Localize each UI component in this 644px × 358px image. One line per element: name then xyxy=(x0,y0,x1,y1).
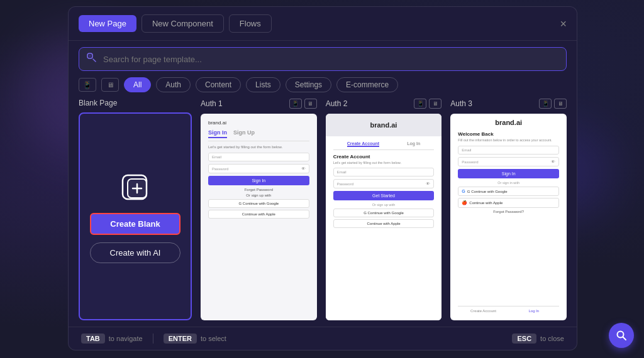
auth2-bottom-section: Create Account Log In Create Account Let… xyxy=(326,136,442,320)
auth3-create-account-tab[interactable]: Create Account xyxy=(458,306,508,315)
svg-line-8 xyxy=(623,337,626,340)
auth3-header: Auth 3 📱 🖥 xyxy=(450,99,567,109)
tab-new-page[interactable]: New Page xyxy=(79,15,136,32)
filter-auth[interactable]: Auth xyxy=(156,77,191,92)
esc-key: ESC xyxy=(512,334,536,344)
blank-page-card: Blank Page Create Blank Create with AI xyxy=(79,99,192,320)
auth1-email-field[interactable]: Email xyxy=(208,153,309,161)
enter-desc: to select xyxy=(201,335,226,342)
modal: New Page New Component Flows × 📱 🖥 All A… xyxy=(68,6,577,350)
auth1-card: Auth 1 📱 🖥 brand.ai Sign In Sign Up Let'… xyxy=(201,99,317,320)
filter-bar: 📱 🖥 All Auth Content Lists Settings E-co… xyxy=(69,77,577,99)
auth2-brand: brand.ai xyxy=(333,121,435,129)
auth3-apple-btn[interactable]: 🍎 Continue with Apple xyxy=(458,198,559,208)
auth3-welcome: Welcome Back xyxy=(458,131,559,137)
auth1-tabs-row: Sign In Sign Up xyxy=(208,129,309,141)
auth3-mobile-icon[interactable]: 📱 xyxy=(539,99,552,109)
auth3-login-tab[interactable]: Log In xyxy=(509,306,559,315)
auth2-mobile-icon[interactable]: 📱 xyxy=(414,99,426,109)
search-input[interactable] xyxy=(103,55,558,64)
auth2-create-tab[interactable]: Create Account xyxy=(347,141,379,147)
search-bar xyxy=(79,47,567,71)
auth1-or-text: Or sign up with xyxy=(208,193,309,197)
auth3-or-text: Or sign in with xyxy=(458,181,559,185)
esc-desc: to close xyxy=(540,335,564,342)
search-icon xyxy=(87,53,97,65)
tab-shortcut: TAB to navigate xyxy=(81,334,143,344)
auth2-header: Auth 2 📱 🖥 xyxy=(326,99,442,109)
auth2-password-field[interactable]: Password 👁 xyxy=(333,179,435,188)
auth3-password-field[interactable]: Password 👁 xyxy=(458,157,559,166)
esc-shortcut: ESC to close xyxy=(512,334,564,344)
filter-lists[interactable]: Lists xyxy=(246,77,280,92)
enter-shortcut: ENTER to select xyxy=(164,334,226,344)
auth1-forgot-link[interactable]: Forgot Password xyxy=(208,188,309,192)
auth2-tabs-row: Create Account Log In xyxy=(333,141,435,150)
plus-icon xyxy=(118,170,153,205)
auth3-view-icons: 📱 🖥 xyxy=(539,99,567,109)
auth3-card: Auth 3 📱 🖥 brand.ai Welcome Back Fill ou… xyxy=(450,99,567,320)
auth1-google-btn[interactable]: G Continue with Google xyxy=(208,199,309,208)
auth2-top-section: brand.ai xyxy=(326,114,442,136)
auth1-apple-btn[interactable]: Continue with Apple xyxy=(208,210,309,219)
desktop-icon[interactable]: 🖥 xyxy=(101,78,119,92)
auth2-subtitle: Let's get started by filling out the for… xyxy=(333,161,435,165)
create-blank-button[interactable]: Create Blank xyxy=(90,213,180,235)
auth2-preview[interactable]: brand.ai Create Account Log In Create Ac… xyxy=(326,114,442,320)
auth2-heading: Create Account xyxy=(333,154,435,160)
auth2-title: Auth 2 xyxy=(326,99,348,108)
auth2-email-field[interactable]: Email xyxy=(333,168,435,176)
shortcut-divider xyxy=(153,334,153,344)
auth2-view-icons: 📱 🖥 xyxy=(414,99,441,109)
auth1-subtitle: Let's get started by filling out the for… xyxy=(208,145,309,149)
auth1-title: Auth 1 xyxy=(201,99,223,108)
auth3-brand: brand.ai xyxy=(458,119,559,126)
svg-line-2 xyxy=(93,59,96,62)
auth2-or-text: Or sign up with xyxy=(333,203,435,207)
create-ai-button[interactable]: Create with AI xyxy=(90,242,180,263)
auth2-apple-btn[interactable]: Continue with Apple xyxy=(333,219,435,228)
auth3-email-field[interactable]: Email xyxy=(458,146,559,155)
tab-new-component[interactable]: New Component xyxy=(142,14,224,33)
modal-header: New Page New Component Flows × xyxy=(69,7,577,41)
search-fab[interactable] xyxy=(609,323,634,348)
auth1-preview[interactable]: brand.ai Sign In Sign Up Let's get start… xyxy=(201,114,317,320)
bottom-bar: TAB to navigate ENTER to select ESC to c… xyxy=(69,327,577,350)
blank-page-inner: Create Blank Create with AI xyxy=(79,112,192,320)
auth2-login-tab[interactable]: Log In xyxy=(407,141,420,147)
auth1-brand: brand.ai xyxy=(208,120,309,126)
auth3-subtitle: Fill out the information below in order … xyxy=(458,138,559,142)
svg-rect-1 xyxy=(89,55,91,57)
auth1-signin-tab[interactable]: Sign In xyxy=(208,129,227,138)
auth2-desktop-icon[interactable]: 🖥 xyxy=(429,99,441,109)
tab-key: TAB xyxy=(81,334,105,344)
tab-flows[interactable]: Flows xyxy=(229,14,272,33)
auth1-desktop-icon[interactable]: 🖥 xyxy=(304,99,317,109)
auth1-signup-tab[interactable]: Sign Up xyxy=(233,129,255,138)
tab-desc: to navigate xyxy=(109,335,143,342)
auth2-get-started-button[interactable]: Get Started xyxy=(333,191,435,200)
auth1-password-field[interactable]: Password 👁 xyxy=(208,164,309,173)
close-button[interactable]: × xyxy=(560,18,567,30)
mobile-icon[interactable]: 📱 xyxy=(79,78,96,92)
auth3-preview[interactable]: brand.ai Welcome Back Fill out the infor… xyxy=(450,114,567,320)
filter-ecommerce[interactable]: E-commerce xyxy=(336,77,398,92)
filter-settings[interactable]: Settings xyxy=(286,77,331,92)
auth2-google-btn[interactable]: G Continue with Google xyxy=(333,209,435,217)
filter-content[interactable]: Content xyxy=(196,77,241,92)
auth3-google-btn[interactable]: G G Continue with Google xyxy=(458,187,559,196)
enter-key: ENTER xyxy=(164,334,197,344)
auth3-desktop-icon[interactable]: 🖥 xyxy=(554,99,567,109)
content-area: Blank Page Create Blank Create with AI A… xyxy=(69,99,577,327)
auth3-signin-button[interactable]: Sign In xyxy=(458,169,559,178)
auth2-card: Auth 2 📱 🖥 brand.ai Create Account Log I… xyxy=(326,99,442,320)
filter-all[interactable]: All xyxy=(124,77,151,92)
blank-page-label: Blank Page xyxy=(79,99,192,107)
auth3-footer: Create Account Log In xyxy=(458,306,559,315)
auth1-view-icons: 📱 🖥 xyxy=(289,99,317,109)
auth1-mobile-icon[interactable]: 📱 xyxy=(289,99,302,109)
auth3-title: Auth 3 xyxy=(450,99,472,108)
auth1-header: Auth 1 📱 🖥 xyxy=(201,99,317,109)
auth3-forgot-link[interactable]: Forgot Password? xyxy=(458,210,559,214)
auth1-signin-button[interactable]: Sign In xyxy=(208,176,309,185)
